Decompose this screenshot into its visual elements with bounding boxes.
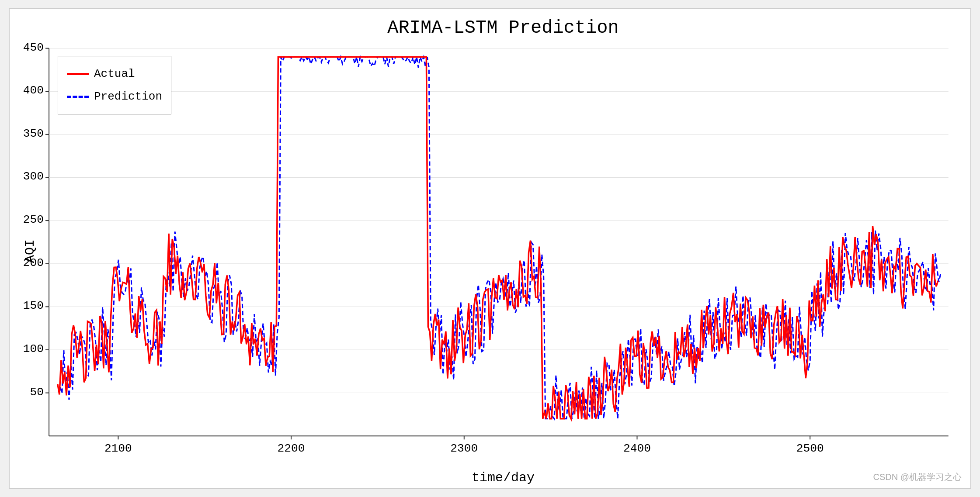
svg-text:450: 450 <box>23 41 44 54</box>
y-axis-label: AQI <box>23 239 38 263</box>
svg-text:2500: 2500 <box>796 442 824 456</box>
watermark: CSDN @机器学习之心 <box>873 471 962 483</box>
svg-text:2300: 2300 <box>450 442 478 456</box>
legend: Actual Prediction <box>58 56 171 114</box>
legend-actual-label: Actual <box>94 62 135 85</box>
chart-container: ARIMA-LSTM Prediction AQI time/day Actua… <box>9 8 971 489</box>
svg-text:2200: 2200 <box>278 442 305 456</box>
x-axis-label: time/day <box>472 470 535 485</box>
svg-text:150: 150 <box>23 299 44 312</box>
legend-actual-line <box>67 73 89 75</box>
svg-text:50: 50 <box>30 386 44 399</box>
svg-text:250: 250 <box>23 213 44 226</box>
svg-text:100: 100 <box>23 342 44 355</box>
chart-area: AQI time/day Actual Prediction 501001502… <box>45 43 962 459</box>
svg-text:2400: 2400 <box>623 442 651 456</box>
legend-pred-line <box>67 96 89 98</box>
svg-text:400: 400 <box>23 84 44 97</box>
svg-text:2100: 2100 <box>104 442 132 456</box>
chart-title: ARIMA-LSTM Prediction <box>45 17 962 38</box>
legend-pred-label: Prediction <box>94 85 162 108</box>
chart-svg: 5010015020025030035040045021002200230024… <box>45 43 962 459</box>
legend-prediction: Prediction <box>67 85 162 108</box>
legend-actual: Actual <box>67 62 162 85</box>
svg-text:350: 350 <box>23 127 44 140</box>
svg-text:300: 300 <box>23 170 44 183</box>
